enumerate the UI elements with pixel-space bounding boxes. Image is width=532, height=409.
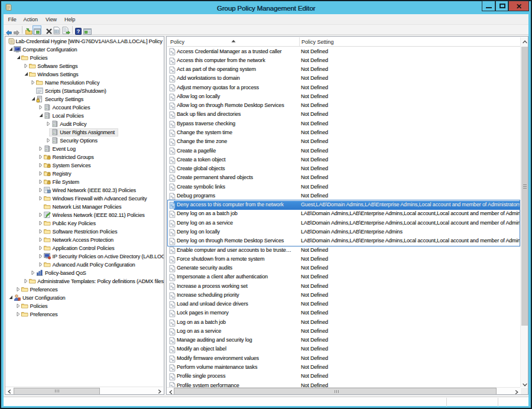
svg-text:?: ? [77,28,80,34]
